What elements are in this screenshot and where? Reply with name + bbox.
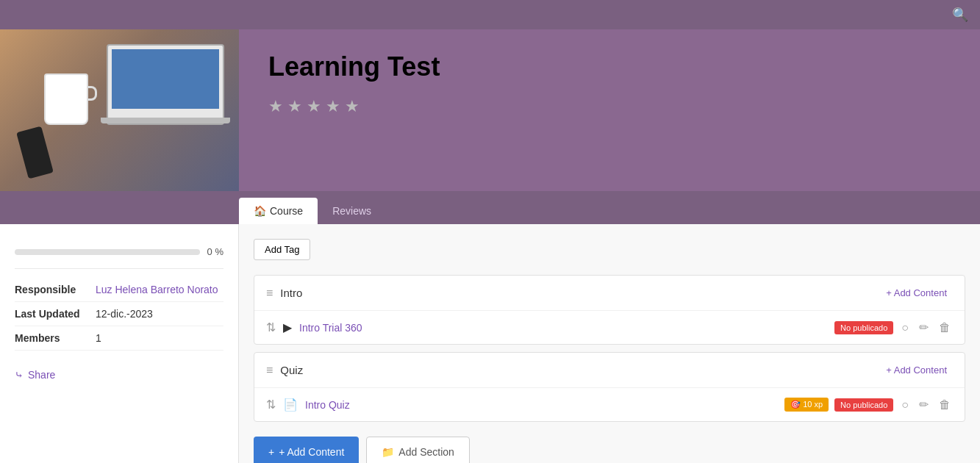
expand-arrow-icon-2[interactable]: ⇅: [266, 398, 276, 412]
circle-action-icon-1[interactable]: ○: [899, 319, 911, 337]
plus-icon: +: [268, 446, 274, 458]
edit-icon-1[interactable]: ✏: [917, 318, 931, 337]
content-intro-trial-name[interactable]: Intro Trial 360: [299, 322, 362, 334]
members-label: Members: [15, 332, 88, 344]
section-quiz-name: Quiz: [280, 364, 303, 376]
members-row: Members 1: [15, 326, 223, 351]
progress-bar: [15, 249, 200, 255]
bottom-buttons: + + Add Content 📁 Add Section: [254, 437, 965, 463]
star-rating: ★ ★ ★ ★ ★: [268, 97, 951, 116]
share-button[interactable]: ⤷ Share: [15, 369, 223, 381]
last-updated-value: 12-dic.-2023: [96, 308, 153, 320]
delete-icon-2[interactable]: 🗑: [937, 396, 953, 414]
sidebar-info: Responsible Luz Helena Barreto Norato La…: [15, 268, 223, 351]
section-quiz-add-content[interactable]: + Add Content: [880, 362, 953, 378]
content-item-intro-trial-right: No publicado ○ ✏ 🗑: [834, 318, 953, 337]
main-area: 0 % Responsible Luz Helena Barreto Norat…: [0, 224, 980, 463]
share-label: Share: [28, 369, 55, 381]
course-title: Learning Test: [268, 51, 951, 82]
content-item-intro-quiz-right: 🎯 10 xp No publicado ○ ✏ 🗑: [784, 395, 953, 414]
tab-course[interactable]: 🏠 Course: [239, 198, 318, 224]
responsible-value: Luz Helena Barreto Norato: [96, 284, 218, 295]
content-intro-quiz-name[interactable]: Intro Quiz: [305, 399, 350, 411]
star-5: ★: [345, 97, 360, 116]
hero-section: Learning Test ★ ★ ★ ★ ★: [0, 29, 980, 191]
add-section-button[interactable]: 📁 Add Section: [366, 437, 470, 463]
members-value: 1: [96, 332, 101, 344]
play-icon: ▶: [283, 320, 292, 334]
content-item-intro-trial: ⇅ ▶ Intro Trial 360 No publicado ○ ✏ 🗑: [254, 310, 965, 344]
add-content-button[interactable]: + + Add Content: [254, 437, 359, 463]
edit-icon-2[interactable]: ✏: [917, 395, 931, 414]
laptop-decoration: [107, 44, 224, 125]
no-publicado-badge-1: No publicado: [834, 321, 893, 334]
section-intro-left: ≡ Intro: [266, 287, 302, 300]
content-item-intro-trial-left: ⇅ ▶ Intro Trial 360: [266, 320, 362, 334]
section-intro-header: ≡ Intro + Add Content: [254, 276, 965, 310]
tab-reviews-label: Reviews: [332, 205, 371, 217]
responsible-label: Responsible: [15, 284, 88, 295]
document-icon: 📄: [283, 398, 298, 412]
mug-decoration: [44, 73, 88, 125]
top-bar: 🔍: [0, 0, 980, 29]
hero-image: [0, 29, 239, 191]
section-quiz-header: ≡ Quiz + Add Content: [254, 353, 965, 387]
progress-row: 0 %: [15, 246, 223, 257]
last-updated-row: Last Updated 12-dic.-2023: [15, 302, 223, 326]
phone-decoration: [16, 126, 54, 179]
tab-reviews[interactable]: Reviews: [318, 198, 386, 224]
section-quiz: ≡ Quiz + Add Content ⇅ 📄 Intro Quiz 🎯 10…: [254, 352, 965, 422]
expand-arrow-icon[interactable]: ⇅: [266, 320, 276, 334]
drag-handle-icon-2[interactable]: ≡: [266, 364, 273, 377]
section-intro-name: Intro: [280, 287, 302, 299]
no-publicado-badge-2: No publicado: [834, 398, 893, 412]
section-intro-add-content[interactable]: + Add Content: [880, 284, 953, 301]
content-item-intro-quiz-left: ⇅ 📄 Intro Quiz: [266, 398, 350, 412]
delete-icon-1[interactable]: 🗑: [937, 319, 953, 337]
hero-content: Learning Test ★ ★ ★ ★ ★: [239, 29, 980, 138]
star-3: ★: [307, 97, 321, 116]
section-intro: ≡ Intro + Add Content ⇅ ▶ Intro Trial 36…: [254, 275, 965, 345]
add-tag-button[interactable]: Add Tag: [254, 239, 310, 260]
star-1: ★: [268, 97, 283, 116]
home-icon: 🏠: [254, 205, 266, 217]
content-item-intro-quiz: ⇅ 📄 Intro Quiz 🎯 10 xp No publicado ○ ✏ …: [254, 387, 965, 421]
karma-badge: 🎯 10 xp: [784, 398, 829, 412]
course-content: Add Tag ≡ Intro + Add Content ⇅ ▶ Intro …: [239, 224, 980, 463]
share-icon: ⤷: [15, 369, 24, 381]
add-content-label: + Add Content: [279, 446, 344, 458]
sidebar: 0 % Responsible Luz Helena Barreto Norat…: [0, 224, 239, 463]
last-updated-label: Last Updated: [15, 308, 88, 320]
search-icon[interactable]: 🔍: [952, 7, 968, 23]
star-2: ★: [287, 97, 302, 116]
responsible-row: Responsible Luz Helena Barreto Norato: [15, 278, 223, 302]
star-4: ★: [326, 97, 340, 116]
tabs-bar: 🏠 Course Reviews: [0, 191, 980, 224]
folder-icon: 📁: [382, 446, 394, 458]
tab-course-label: Course: [270, 205, 303, 217]
drag-handle-icon[interactable]: ≡: [266, 287, 273, 300]
circle-action-icon-2[interactable]: ○: [899, 396, 911, 414]
progress-percent: 0 %: [207, 246, 223, 257]
add-section-label: Add Section: [398, 446, 454, 458]
section-quiz-left: ≡ Quiz: [266, 364, 303, 377]
